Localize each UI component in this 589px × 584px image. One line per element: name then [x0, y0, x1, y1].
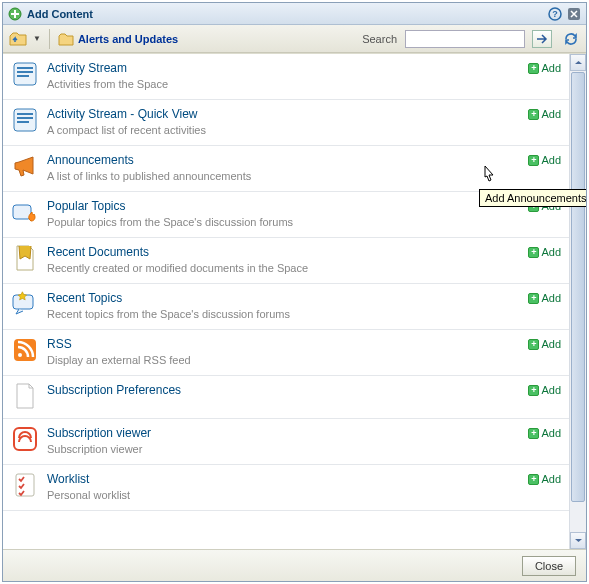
scroll-down-button[interactable] — [570, 532, 586, 549]
plus-icon: + — [528, 293, 539, 304]
list-item: Subscription viewerSubscription viewer+A… — [3, 419, 569, 465]
add-content-icon — [7, 6, 23, 22]
item-icon — [11, 106, 39, 134]
item-icon — [11, 244, 39, 272]
close-button[interactable]: Close — [522, 556, 576, 576]
search-go-button[interactable] — [532, 30, 552, 48]
item-icon — [11, 471, 39, 499]
svg-rect-17 — [16, 474, 34, 496]
dialog-footer: Close — [3, 549, 586, 581]
plus-icon: + — [528, 109, 539, 120]
titlebar: Add Content ? — [3, 3, 586, 25]
item-icon — [11, 198, 39, 226]
add-label: Add — [541, 384, 561, 396]
add-button[interactable]: +Add — [528, 246, 561, 258]
refresh-button[interactable] — [562, 30, 580, 48]
list-item: Subscription Preferences+Add — [3, 376, 569, 419]
add-button[interactable]: +Add — [528, 108, 561, 120]
breadcrumb[interactable]: Alerts and Updates — [58, 32, 178, 46]
add-label: Add — [541, 108, 561, 120]
plus-icon: + — [528, 155, 539, 166]
svg-rect-5 — [17, 67, 33, 69]
item-title[interactable]: Activity Stream - Quick View — [47, 106, 520, 122]
add-button[interactable]: +Add — [528, 62, 561, 74]
list-item: Recent DocumentsRecently created or modi… — [3, 238, 569, 284]
add-label: Add — [541, 246, 561, 258]
add-button[interactable]: +Add — [528, 292, 561, 304]
item-icon — [11, 152, 39, 180]
up-folder-button[interactable] — [9, 30, 27, 48]
plus-icon: + — [528, 474, 539, 485]
item-title[interactable]: RSS — [47, 336, 520, 352]
item-icon — [11, 60, 39, 88]
svg-rect-11 — [17, 121, 29, 123]
list-item: Activity Stream - Quick ViewA compact li… — [3, 100, 569, 146]
separator — [49, 29, 50, 49]
item-desc: A list of links to published announcemen… — [47, 169, 520, 183]
item-title[interactable]: Subscription viewer — [47, 425, 520, 441]
toolbar: ▼ Alerts and Updates Search — [3, 25, 586, 53]
svg-rect-6 — [17, 71, 33, 73]
add-label: Add — [541, 62, 561, 74]
add-button[interactable]: +Add — [528, 338, 561, 350]
svg-rect-9 — [17, 113, 33, 115]
list-item: AnnouncementsA list of links to publishe… — [3, 146, 569, 192]
scrollbar[interactable] — [569, 54, 586, 549]
tooltip: Add Announcements — [479, 189, 586, 207]
item-title[interactable]: Activity Stream — [47, 60, 520, 76]
item-icon — [11, 336, 39, 364]
item-icon — [11, 382, 39, 410]
item-title[interactable]: Recent Documents — [47, 244, 520, 260]
add-content-dialog: Add Content ? ▼ Alerts and Updates Searc… — [2, 2, 587, 582]
item-desc: Recently created or modified documents i… — [47, 261, 520, 275]
svg-rect-4 — [14, 63, 36, 85]
item-desc: Popular topics from the Space's discussi… — [47, 215, 520, 229]
svg-rect-8 — [14, 109, 36, 131]
close-icon[interactable] — [566, 6, 582, 22]
list-item: WorklistPersonal worklist+Add — [3, 465, 569, 511]
svg-text:?: ? — [552, 9, 558, 19]
item-title[interactable]: Announcements — [47, 152, 520, 168]
scroll-track[interactable] — [570, 71, 586, 532]
list-item: RSSDisplay an external RSS feed+Add — [3, 330, 569, 376]
item-desc: A compact list of recent activities — [47, 123, 520, 137]
add-button[interactable]: +Add — [528, 473, 561, 485]
item-desc: Subscription viewer — [47, 442, 520, 456]
item-title[interactable]: Worklist — [47, 471, 520, 487]
add-label: Add — [541, 154, 561, 166]
add-label: Add — [541, 427, 561, 439]
help-icon[interactable]: ? — [547, 6, 563, 22]
svg-rect-10 — [17, 117, 33, 119]
item-desc: Display an external RSS feed — [47, 353, 520, 367]
item-title[interactable]: Subscription Preferences — [47, 382, 520, 398]
add-button[interactable]: +Add — [528, 427, 561, 439]
add-button[interactable]: +Add — [528, 154, 561, 166]
svg-rect-7 — [17, 75, 29, 77]
content-list: Activity StreamActivities from the Space… — [3, 53, 586, 549]
chevron-down-icon[interactable]: ▼ — [31, 34, 43, 43]
list-item: Activity StreamActivities from the Space… — [3, 54, 569, 100]
search-input[interactable] — [405, 30, 525, 48]
scroll-up-button[interactable] — [570, 54, 586, 71]
plus-icon: + — [528, 63, 539, 74]
dialog-title: Add Content — [27, 8, 547, 20]
breadcrumb-label: Alerts and Updates — [78, 33, 178, 45]
plus-icon: + — [528, 385, 539, 396]
add-button[interactable]: +Add — [528, 384, 561, 396]
search-label: Search — [362, 33, 397, 45]
item-desc: Activities from the Space — [47, 77, 520, 91]
plus-icon: + — [528, 339, 539, 350]
plus-icon: + — [528, 428, 539, 439]
folder-icon — [58, 32, 74, 46]
scroll-thumb[interactable] — [571, 72, 585, 502]
item-desc: Recent topics from the Space's discussio… — [47, 307, 520, 321]
item-desc: Personal worklist — [47, 488, 520, 502]
item-icon — [11, 290, 39, 318]
list-item: Recent TopicsRecent topics from the Spac… — [3, 284, 569, 330]
item-icon — [11, 425, 39, 453]
item-title[interactable]: Popular Topics — [47, 198, 520, 214]
add-label: Add — [541, 292, 561, 304]
item-title[interactable]: Recent Topics — [47, 290, 520, 306]
add-label: Add — [541, 473, 561, 485]
plus-icon: + — [528, 247, 539, 258]
